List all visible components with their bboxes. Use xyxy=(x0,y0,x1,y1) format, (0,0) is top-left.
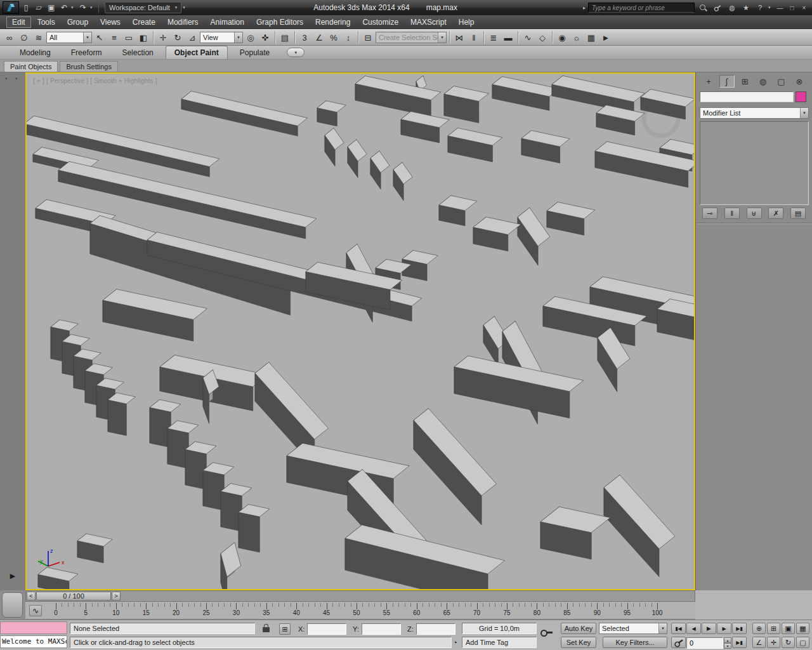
menu-item-group[interactable]: Group xyxy=(62,17,94,28)
time-ruler[interactable]: 0510152025303540455055606570758085909510… xyxy=(56,602,690,620)
redo-dropdown-icon[interactable]: ▾ xyxy=(90,5,95,10)
angle-snap-toggle-icon[interactable]: ∠ xyxy=(312,30,326,44)
workspace-dropdown[interactable]: Workspace: Default ▾ xyxy=(105,2,181,13)
spinner-down-icon[interactable]: ▾ xyxy=(724,643,731,649)
material-editor-icon[interactable]: ◉ xyxy=(555,30,569,44)
maximize-button[interactable]: □ xyxy=(787,3,797,12)
named-selection-sets-dropdown[interactable]: Create Selection Se ▾ xyxy=(376,32,447,43)
panel-tab-brush-settings[interactable]: Brush Settings xyxy=(60,61,118,72)
select-and-link-icon[interactable]: ∞ xyxy=(3,30,16,44)
key-mode-toggle-icon[interactable] xyxy=(671,637,686,648)
menu-item-animation[interactable]: Animation xyxy=(205,17,250,28)
mirror-icon[interactable]: ⋈ xyxy=(452,30,466,44)
mini-curve-editor-icon[interactable]: ∿ xyxy=(29,605,42,616)
zoom-extents-icon[interactable]: ▣ xyxy=(782,623,795,634)
create-tab-icon[interactable]: + xyxy=(701,75,716,88)
go-to-end-icon[interactable]: ▶▮ xyxy=(732,623,747,634)
edit-named-selection-sets-icon[interactable]: ⊟ xyxy=(361,30,375,44)
window-crossing-toggle-icon[interactable]: ◧ xyxy=(136,30,150,44)
object-name-field[interactable] xyxy=(700,91,794,102)
auto-key-button[interactable]: Auto Key xyxy=(561,623,596,634)
modifier-list-dropdown[interactable]: Modifier List ▾ xyxy=(700,107,809,119)
add-time-tag-field[interactable]: Add Time Tag xyxy=(462,637,537,648)
frame-spinner[interactable]: ▴ ▾ xyxy=(724,637,731,649)
select-and-manipulate-icon[interactable]: ✜ xyxy=(258,30,272,44)
selection-lock-icon[interactable] xyxy=(263,627,270,632)
favorites-star-icon[interactable]: ★ xyxy=(740,2,752,13)
set-key-button[interactable]: Set Key xyxy=(561,637,596,648)
key-selection-dropdown[interactable]: Selected ▾ xyxy=(599,623,667,634)
field-of-view-icon[interactable]: ∠ xyxy=(752,637,766,648)
pan-icon[interactable]: ✛ xyxy=(767,637,780,648)
select-object-icon[interactable]: ↖ xyxy=(93,30,107,44)
time-slider-prev-icon[interactable]: < xyxy=(27,592,36,600)
time-slider-next-icon[interactable]: > xyxy=(112,592,121,600)
render-production-icon[interactable]: ► xyxy=(599,30,613,44)
bind-to-space-warp-icon[interactable]: ≋ xyxy=(32,30,46,44)
time-slider[interactable]: < 0 / 100 > xyxy=(25,590,695,602)
make-unique-icon[interactable]: ⊎ xyxy=(747,208,762,219)
menu-item-maxscript[interactable]: MAXScript xyxy=(405,17,452,28)
new-file-icon[interactable]: ▯ xyxy=(20,2,32,13)
pin-stack-icon[interactable]: ⊸ xyxy=(702,208,717,219)
maximize-viewport-toggle-icon[interactable]: ▢ xyxy=(796,637,809,648)
unlink-selection-icon[interactable]: ∅ xyxy=(17,30,31,44)
curve-editor-icon[interactable]: ∿ xyxy=(521,30,535,44)
spinner-snap-toggle-icon[interactable]: ↕ xyxy=(341,30,355,44)
remove-modifier-icon[interactable]: ✗ xyxy=(768,208,783,219)
menu-item-views[interactable]: Views xyxy=(95,17,126,28)
spinner-up-icon[interactable]: ▴ xyxy=(724,637,731,643)
track-bar[interactable]: ∿ 05101520253035404550556065707580859095… xyxy=(25,602,695,620)
configure-modifier-sets-icon[interactable]: ▤ xyxy=(790,208,806,219)
menu-item-rendering[interactable]: Rendering xyxy=(310,17,356,28)
time-slider-handle[interactable]: 0 / 100 xyxy=(36,592,111,600)
undo-icon[interactable]: ↶ xyxy=(58,2,70,13)
help-dropdown-icon[interactable]: ▾ xyxy=(768,5,773,10)
rectangular-selection-region-icon[interactable]: ▭ xyxy=(122,30,136,44)
reference-coordinate-dropdown[interactable]: View ▾ xyxy=(200,32,243,43)
percent-snap-toggle-icon[interactable]: % xyxy=(327,30,341,44)
close-button[interactable]: × xyxy=(799,3,809,12)
menu-item-create[interactable]: Create xyxy=(127,17,161,28)
menu-item-tools[interactable]: Tools xyxy=(32,17,61,28)
ribbon-tab-selection[interactable]: Selection xyxy=(114,46,161,59)
help-icon[interactable]: ? xyxy=(754,2,766,13)
open-file-icon[interactable]: ▱ xyxy=(33,2,44,13)
key-filters-button[interactable]: Key Filters... xyxy=(603,637,667,648)
y-coordinate-field[interactable] xyxy=(362,623,401,635)
ribbon-tab-modeling[interactable]: Modeling xyxy=(11,46,59,59)
display-tab-icon[interactable]: ▢ xyxy=(773,75,789,88)
left-strip-icon[interactable]: ▪ xyxy=(2,74,11,83)
modifier-stack-list[interactable] xyxy=(700,121,809,205)
ribbon-minimize-dropdown-icon[interactable]: ▾ xyxy=(287,48,304,57)
menu-item-edit[interactable]: Edit xyxy=(6,17,31,28)
zoom-icon[interactable]: ⊕ xyxy=(752,623,766,634)
communication-center-icon[interactable]: ◍ xyxy=(726,2,738,13)
keyboard-shortcut-override-icon[interactable]: ▤ xyxy=(278,30,292,44)
ribbon-toggle-icon[interactable]: ▬ xyxy=(501,30,515,44)
snaps-toggle-icon[interactable]: 3 xyxy=(298,30,311,44)
menu-item-graph-editors[interactable]: Graph Editors xyxy=(251,17,309,28)
menu-item-modifiers[interactable]: Modifiers xyxy=(162,17,204,28)
go-to-end-key-icon[interactable]: ▶▮ xyxy=(732,637,747,648)
orbit-icon[interactable]: ↻ xyxy=(782,637,795,648)
ribbon-tab-populate[interactable]: Populate xyxy=(232,46,278,59)
object-color-swatch[interactable] xyxy=(796,91,806,102)
hierarchy-tab-icon[interactable]: ⊞ xyxy=(737,75,752,88)
rendered-frame-window-icon[interactable]: ▦ xyxy=(584,30,598,44)
menu-item-customize[interactable]: Customize xyxy=(357,17,404,28)
go-to-start-icon[interactable]: ▮◀ xyxy=(671,623,686,634)
minimize-button[interactable]: — xyxy=(775,3,785,12)
zoom-extents-all-icon[interactable]: ▦ xyxy=(796,623,809,634)
app-logo-icon[interactable] xyxy=(3,1,19,14)
subscription-key-icon[interactable] xyxy=(711,2,724,13)
expand-panel-arrow-icon[interactable]: ▶ xyxy=(8,570,18,581)
menu-item-help[interactable]: Help xyxy=(453,17,480,28)
select-and-rotate-icon[interactable]: ↻ xyxy=(171,30,185,44)
current-frame-field[interactable] xyxy=(686,637,723,649)
ribbon-tab-freeform[interactable]: Freeform xyxy=(63,46,110,59)
manage-layers-icon[interactable]: ≣ xyxy=(487,30,501,44)
save-file-icon[interactable]: ▣ xyxy=(46,2,57,13)
use-pivot-point-center-icon[interactable]: ◎ xyxy=(244,30,258,44)
undo-dropdown-icon[interactable]: ▾ xyxy=(71,5,76,10)
